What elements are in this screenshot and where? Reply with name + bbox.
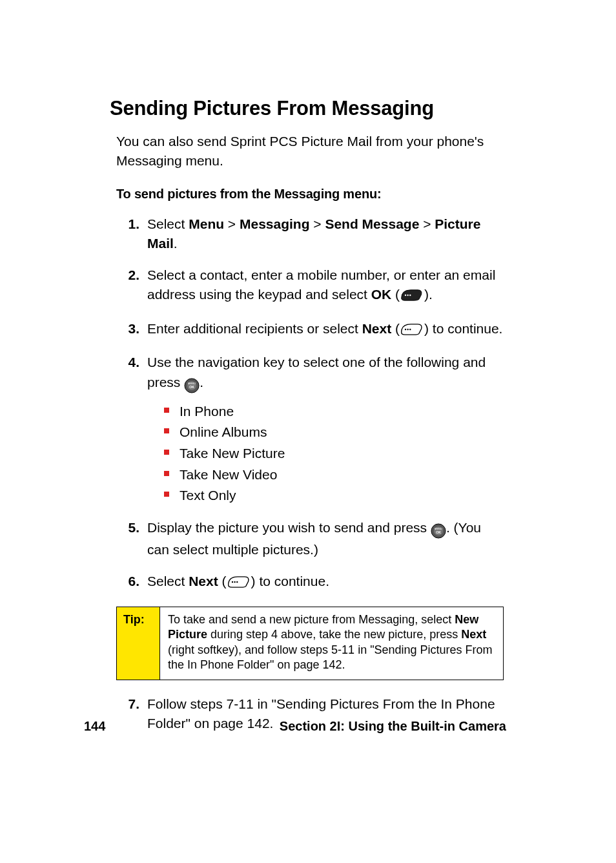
steps-list: 1. Select Menu > Messaging > Send Messag… xyxy=(116,214,506,594)
step-4: 4. Use the navigation key to select one … xyxy=(116,353,506,506)
option-online-albums: Online Albums xyxy=(164,422,506,443)
step-number: 6. xyxy=(116,572,139,591)
bullet-icon xyxy=(164,450,169,455)
bullet-icon xyxy=(164,492,169,497)
left-softkey-dark-icon xyxy=(400,287,424,307)
page-title: Sending Pictures From Messaging xyxy=(110,97,506,120)
messaging-label: Messaging xyxy=(240,216,310,231)
ok-button-icon xyxy=(431,521,446,540)
option-in-phone: In Phone xyxy=(164,401,506,422)
next-label: Next xyxy=(189,574,218,588)
page-footer: 144 Section 2I: Using the Built-in Camer… xyxy=(84,719,506,734)
section-label: Section 2I: Using the Built-in Camera xyxy=(280,719,506,734)
step-2: 2. Select a contact, enter a mobile numb… xyxy=(116,265,506,307)
page-number: 144 xyxy=(84,719,105,734)
option-take-new-video: Take New Video xyxy=(164,464,506,486)
tip-label: Tip: xyxy=(117,607,160,680)
left-softkey-light-icon xyxy=(400,322,424,341)
step-text: Select xyxy=(147,216,189,231)
step-number: 5. xyxy=(116,518,139,537)
send-message-label: Send Message xyxy=(325,216,419,231)
step-text: Select a contact, enter a mobile number,… xyxy=(147,267,495,302)
menu-label: Menu xyxy=(189,216,224,231)
step-5: 5. Display the picture you wish to send … xyxy=(116,518,506,560)
step-text: Select xyxy=(147,574,189,588)
step-3: 3. Enter additional recipients or select… xyxy=(116,319,506,341)
option-text-only: Text Only xyxy=(164,485,506,506)
step-4-options: In Phone Online Albums Take New Picture … xyxy=(164,401,506,506)
procedure-heading: To send pictures from the Messaging menu… xyxy=(116,187,506,202)
ok-label: OK xyxy=(371,287,392,302)
step-1: 1. Select Menu > Messaging > Send Messag… xyxy=(116,214,506,254)
bullet-icon xyxy=(164,428,169,433)
left-softkey-light-icon xyxy=(227,574,251,594)
step-6: 6. Select Next () to continue. xyxy=(116,572,506,594)
intro-paragraph: You can also send Sprint PCS Picture Mai… xyxy=(116,132,506,171)
bullet-icon xyxy=(164,408,169,413)
next-label: Next xyxy=(362,321,392,336)
ok-button-icon xyxy=(184,375,200,395)
tip-text: To take and send a new picture from Mess… xyxy=(160,607,503,680)
next-label: Next xyxy=(461,628,486,641)
step-number: 4. xyxy=(116,353,139,372)
tip-box: Tip: To take and send a new picture from… xyxy=(116,607,504,680)
bullet-icon xyxy=(164,471,169,476)
step-number: 3. xyxy=(116,319,139,338)
option-take-new-picture: Take New Picture xyxy=(164,443,506,464)
step-text: Enter additional recipients or select xyxy=(147,321,362,336)
step-number: 2. xyxy=(116,265,139,285)
step-number: 7. xyxy=(116,694,139,714)
step-number: 1. xyxy=(116,214,139,234)
step-text: Display the picture you wish to send and… xyxy=(147,520,431,535)
